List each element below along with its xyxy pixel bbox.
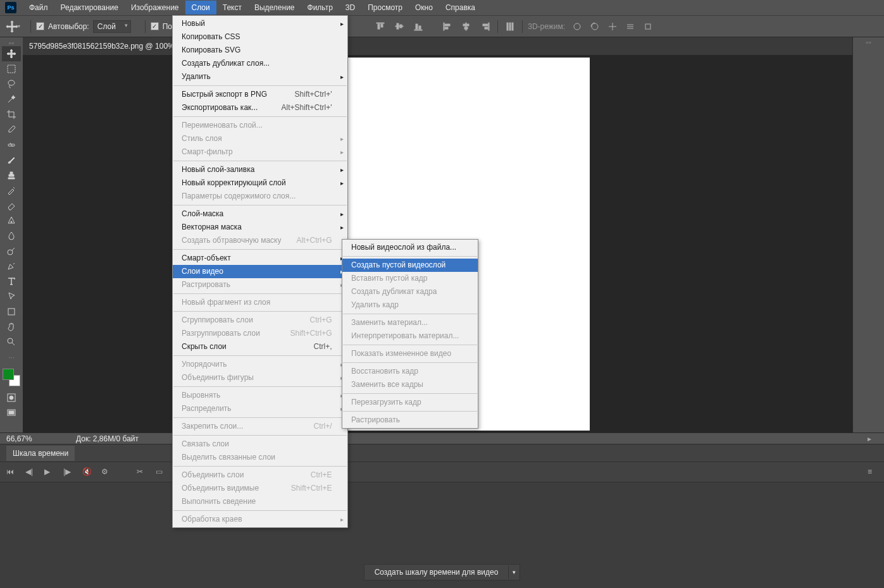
menu-item-label: Обработка краев: [182, 515, 242, 524]
marquee-tool[interactable]: [2, 61, 21, 77]
transition-icon[interactable]: ▭: [156, 467, 166, 477]
menu-item[interactable]: Копировать CSS: [173, 30, 347, 44]
menu-item-label: Смарт-объект: [182, 254, 231, 263]
edit-toolbar[interactable]: ···: [2, 350, 21, 365]
svg-rect-5: [400, 25, 402, 28]
menu-item-label: Слои видео: [182, 267, 223, 276]
menu-item[interactable]: Быстрый экспорт в PNGShift+Ctrl+': [173, 88, 347, 101]
document-tab[interactable]: 5795d985e3f081562159b32e.png @ 100% (R: [29, 42, 185, 51]
menu-item-label: Объединить слои: [182, 470, 244, 480]
move-tool[interactable]: [2, 46, 21, 61]
menu-item[interactable]: Векторная маска: [173, 221, 347, 234]
menu-item: Объединить видимыеShift+Ctrl+E: [173, 482, 347, 495]
distribute-icon[interactable]: [503, 20, 517, 34]
align-vcenter-icon[interactable]: [392, 20, 406, 34]
3d-scale-icon[interactable]: [641, 20, 655, 34]
show-transform-checkbox[interactable]: ✓: [151, 22, 159, 30]
menubar-item-фильтр[interactable]: Фильтр: [301, 1, 339, 15]
zoom-value[interactable]: 66,67%: [6, 434, 51, 443]
menu-item: Интерпретировать материал...: [342, 329, 478, 343]
menubar-item-выделение[interactable]: Выделение: [248, 1, 301, 15]
brush-tool[interactable]: [2, 152, 21, 168]
align-top-icon[interactable]: [373, 20, 387, 34]
menu-item[interactable]: Новый корректирующий слой: [173, 176, 347, 190]
dodge-tool[interactable]: [2, 243, 21, 259]
screen-mode-tool[interactable]: [2, 405, 21, 420]
crop-tool[interactable]: [2, 107, 21, 122]
menubar-item-окно[interactable]: Окно: [409, 1, 439, 15]
align-bottom-icon[interactable]: [411, 20, 425, 34]
3d-slide-icon[interactable]: [623, 20, 637, 34]
timeline-tab[interactable]: Шкала времени: [6, 446, 75, 461]
menubar-item-текст[interactable]: Текст: [216, 1, 248, 15]
menu-item[interactable]: Скрыть слоиCtrl+,: [173, 340, 347, 353]
3d-pan-icon[interactable]: [606, 20, 619, 34]
first-frame-icon[interactable]: ⏮: [6, 467, 16, 477]
text-tool[interactable]: [2, 274, 21, 289]
scissors-icon[interactable]: ✂: [137, 467, 147, 477]
shape-tool[interactable]: [2, 304, 21, 319]
eraser-tool[interactable]: [2, 198, 21, 213]
menu-item[interactable]: Новый: [173, 17, 347, 30]
gradient-tool[interactable]: [2, 213, 21, 228]
menubar-item-слои[interactable]: Слои: [185, 1, 216, 15]
timeline-options-icon[interactable]: ⚙: [101, 467, 111, 477]
menu-item[interactable]: Создать пустой видеослой: [342, 259, 478, 272]
timeline-menu-icon[interactable]: ≡: [868, 467, 878, 477]
mute-icon[interactable]: 🔇: [82, 467, 92, 477]
menu-item[interactable]: Копировать SVG: [173, 44, 347, 57]
eyedropper-tool[interactable]: [2, 122, 21, 137]
blur-tool[interactable]: [2, 228, 21, 243]
auto-select-dropdown[interactable]: Слой: [93, 20, 131, 33]
next-frame-icon[interactable]: |▶: [63, 467, 73, 477]
panel-collapse-icon[interactable]: ««: [0, 40, 23, 46]
chevron-down-icon[interactable]: ▾: [508, 566, 520, 579]
tool-submenu-icon[interactable]: ▾: [18, 23, 20, 29]
align-hcenter-icon[interactable]: [459, 20, 473, 34]
menubar-item-файл[interactable]: Файл: [23, 1, 54, 15]
menu-item[interactable]: Слой-маска: [173, 207, 347, 221]
magic-wand-tool[interactable]: [2, 92, 21, 107]
menu-item-label: Упорядочить: [182, 360, 227, 369]
right-panel-expand-icon[interactable]: ««: [866, 40, 871, 46]
quick-mask-tool[interactable]: [2, 390, 21, 405]
menubar-item-редактирование[interactable]: Редактирование: [54, 1, 125, 15]
menu-item-label: Новый корректирующий слой: [182, 178, 286, 188]
menu-item: Вставить пустой кадр: [342, 272, 478, 285]
svg-point-21: [574, 23, 580, 30]
3d-orbit-icon[interactable]: [570, 20, 584, 34]
history-brush-tool[interactable]: [2, 183, 21, 198]
menu-item-label: Растрировать: [351, 415, 400, 425]
status-menu-icon[interactable]: ▸: [868, 434, 871, 443]
auto-select-checkbox[interactable]: ✓: [36, 22, 44, 30]
hand-tool[interactable]: [2, 319, 21, 334]
menubar-item-3d[interactable]: 3D: [339, 1, 361, 15]
align-right-icon[interactable]: [478, 20, 492, 34]
play-icon[interactable]: ▶: [44, 467, 54, 477]
menu-item[interactable]: Новый слой-заливка: [173, 163, 347, 176]
svg-rect-29: [8, 309, 15, 315]
menubar: Ps ФайлРедактированиеИзображениеСлоиТекс…: [0, 0, 884, 15]
menu-item[interactable]: Слои видео: [173, 265, 347, 278]
path-select-tool[interactable]: [2, 289, 21, 304]
menu-item[interactable]: Смарт-объект: [173, 252, 347, 265]
menu-item-label: Новый видеослой из файла...: [351, 243, 456, 252]
lasso-tool[interactable]: [2, 77, 21, 92]
menu-item[interactable]: Новый видеослой из файла...: [342, 241, 478, 254]
menu-item[interactable]: Удалить: [173, 70, 347, 83]
prev-frame-icon[interactable]: ◀|: [25, 467, 35, 477]
menubar-item-изображение[interactable]: Изображение: [125, 1, 185, 15]
menu-item[interactable]: Экспортировать как...Alt+Shift+Ctrl+': [173, 101, 347, 114]
pen-tool[interactable]: [2, 259, 21, 274]
healing-brush-tool[interactable]: [2, 137, 21, 152]
menubar-item-справка[interactable]: Справка: [439, 1, 482, 15]
stamp-tool[interactable]: [2, 168, 21, 183]
color-swatches[interactable]: [3, 369, 20, 386]
zoom-tool[interactable]: [2, 334, 21, 350]
align-left-icon[interactable]: [440, 20, 454, 34]
foreground-color-swatch[interactable]: [3, 369, 14, 380]
3d-roll-icon[interactable]: [588, 20, 602, 34]
create-video-timeline-button[interactable]: Создать шкалу времени для видео ▾: [364, 564, 521, 580]
menubar-item-просмотр[interactable]: Просмотр: [361, 1, 409, 15]
menu-item[interactable]: Создать дубликат слоя...: [173, 57, 347, 70]
